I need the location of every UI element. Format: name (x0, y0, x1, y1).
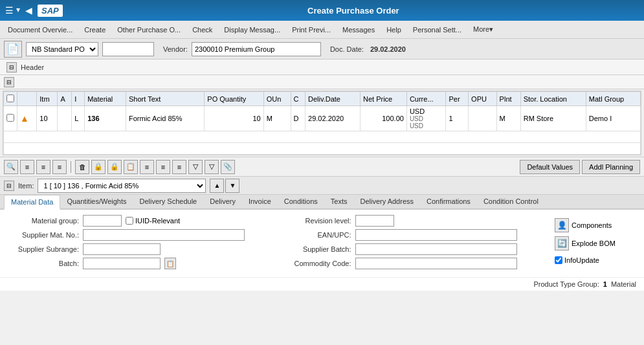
tab-confirmations[interactable]: Confirmations (420, 195, 477, 210)
doc-date-value: 29.02.2020 (370, 45, 406, 53)
batch-copy-icon[interactable]: 📋 (164, 258, 176, 269)
item-collapse-btn[interactable]: ⊟ (4, 181, 14, 191)
commodity-code-input[interactable] (355, 258, 517, 269)
tab-delivery-schedule[interactable]: Delivery Schedule (133, 195, 204, 210)
right-panel: 👤 Components 🔄 Explode BOM InfoUpdate (552, 215, 636, 272)
row-po-qty[interactable]: 10 (205, 106, 263, 131)
col-c[interactable]: C (291, 92, 305, 106)
col-stor-location[interactable]: Stor. Location (520, 92, 586, 106)
select-all-checkbox[interactable] (6, 95, 14, 102)
copy-icon-btn[interactable]: 📋 (124, 160, 138, 174)
addl-planning-button[interactable]: Addl Planning (582, 160, 640, 174)
components-button[interactable]: 👤 Components (555, 217, 634, 233)
menu-item-personal-settings[interactable]: Personal Sett... (408, 24, 467, 36)
row-short-text[interactable]: Formic Acid 85% (126, 106, 204, 131)
menu-item-print-preview[interactable]: Print Previ... (287, 24, 336, 36)
row-per[interactable]: 1 (446, 106, 469, 131)
col-per[interactable]: Per (446, 92, 469, 106)
col-po-qty[interactable]: PO Quantity (205, 92, 263, 106)
col-oun[interactable]: OUn (263, 92, 291, 106)
row-deliv-date[interactable]: 29.02.2020 (305, 106, 361, 131)
col-matl-group[interactable]: Matl Group (586, 92, 640, 106)
align-left-icon[interactable]: ≡ (140, 160, 154, 174)
filter-icon-1[interactable]: ▽ (188, 160, 203, 174)
window-controls[interactable]: ☰ ▾ (5, 5, 20, 16)
lock-icon-1[interactable]: 🔒 (91, 160, 105, 174)
align-right-icon[interactable]: ≡ (172, 160, 186, 174)
tab-quantities-weights[interactable]: Quantities/Weights (60, 195, 133, 210)
filter-icon-2[interactable]: ▽ (205, 160, 219, 174)
attachment-icon[interactable]: 📎 (221, 160, 235, 174)
row-net-price[interactable]: 100.00 (360, 106, 406, 131)
window-title: Create Purchase Order (68, 6, 639, 16)
row-matl-group[interactable]: Demo I (586, 106, 640, 131)
menu-item-document-overview[interactable]: Document Overvie... (3, 24, 78, 36)
menu-item-messages[interactable]: Messages (337, 24, 380, 36)
revision-level-input[interactable] (355, 215, 394, 227)
arrow-down-icon[interactable]: ▾ (16, 5, 20, 16)
tab-texts[interactable]: Texts (324, 195, 354, 210)
vendor-input[interactable] (192, 42, 321, 56)
tab-material-data[interactable]: Material Data (4, 195, 60, 210)
menu-item-help[interactable]: Help (381, 24, 406, 36)
po-type-select[interactable]: NB Standard PO (26, 42, 98, 56)
menu-item-check[interactable]: Check (187, 24, 217, 36)
ean-upc-input[interactable] (355, 229, 517, 241)
menu-item-other-purchase[interactable]: Other Purchase O... (112, 24, 186, 36)
col-a[interactable]: A (58, 92, 72, 106)
tab-conditions[interactable]: Conditions (278, 195, 324, 210)
row-itm[interactable]: 10 (37, 106, 58, 131)
item-select[interactable]: 1 [ 10 ] 136 , Formic Acid 85% (38, 179, 206, 193)
supplier-mat-input[interactable] (83, 229, 245, 241)
document-type-icon[interactable]: 📄 (4, 41, 22, 58)
col-status[interactable] (17, 92, 37, 106)
tab-invoice[interactable]: Invoice (242, 195, 278, 210)
row-checkbox[interactable] (6, 114, 14, 122)
col-currency[interactable]: Curre... (406, 92, 446, 106)
col-deliv-date[interactable]: Deliv.Date (305, 92, 361, 106)
material-group-input[interactable] (83, 215, 122, 227)
product-type-text: Material (611, 280, 636, 288)
table-collapse-btn[interactable]: ⊟ (4, 77, 14, 87)
menu-item-display-message[interactable]: Display Messag... (219, 24, 285, 36)
delete-icon-btn[interactable]: 🗑 (75, 160, 89, 174)
iuid-relevant-checkbox[interactable] (126, 217, 133, 225)
menu-item-create[interactable]: Create (79, 24, 111, 36)
col-short-text[interactable]: Short Text (126, 92, 204, 106)
iuid-relevant-label: IUID-Relevant (126, 217, 180, 225)
header-collapse-btn[interactable]: ⊟ (6, 62, 17, 72)
col-i[interactable]: I (72, 92, 85, 106)
list-icon-2[interactable]: ≡ (36, 160, 50, 174)
tab-delivery-address[interactable]: Delivery Address (353, 195, 420, 210)
po-number-input[interactable] (102, 42, 154, 56)
batch-input[interactable] (83, 258, 161, 269)
col-plnt[interactable]: Plnt (496, 92, 520, 106)
col-net-price[interactable]: Net Price (360, 92, 406, 106)
commodity-code-label: Commodity Code: (280, 260, 351, 267)
col-opu[interactable]: OPU (469, 92, 497, 106)
col-material[interactable]: Material (85, 92, 126, 106)
tab-delivery[interactable]: Delivery (203, 195, 242, 210)
search-icon-btn[interactable]: 🔍 (4, 160, 18, 174)
nav-up-btn[interactable]: ▲ (210, 179, 224, 193)
explode-bom-button[interactable]: 🔄 Explode BOM (555, 236, 634, 251)
lock-icon-2[interactable]: 🔒 (107, 160, 122, 174)
menu-item-more[interactable]: More▾ (468, 23, 498, 36)
tab-condition-control[interactable]: Condition Control (477, 195, 545, 210)
menu-icon[interactable]: ☰ (5, 5, 14, 16)
row-stor-location[interactable]: RM Store (520, 106, 586, 131)
supplier-batch-input[interactable] (355, 243, 517, 255)
supplier-subrange-input[interactable] (83, 243, 161, 255)
table-empty-row-1 (4, 131, 641, 143)
material-group-row: Material group: IUID-Relevant (8, 215, 267, 227)
row-checkbox-cell[interactable] (4, 106, 17, 131)
list-icon-1[interactable]: ≡ (20, 160, 34, 174)
list-icon-3[interactable]: ≡ (52, 160, 67, 174)
default-values-button[interactable]: Default Values (520, 160, 580, 174)
back-icon[interactable]: ◀ (25, 5, 32, 16)
nav-down-btn[interactable]: ▼ (225, 179, 239, 193)
align-center-icon[interactable]: ≡ (156, 160, 170, 174)
row-material[interactable]: 136 (85, 106, 126, 131)
info-update-checkbox[interactable] (555, 256, 562, 264)
col-itm[interactable]: Itm (37, 92, 58, 106)
